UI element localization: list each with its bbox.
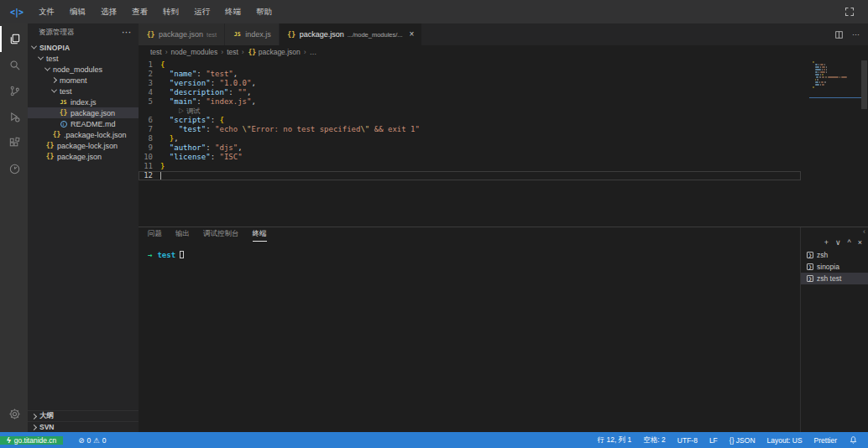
line-number: 8 <box>139 134 160 143</box>
tab-package.json[interactable]: {}package.jsontest <box>139 23 225 45</box>
status-formatter[interactable]: Prettier <box>814 436 837 445</box>
terminal-instance-sinopia[interactable]: ❯sinopia <box>801 261 868 273</box>
panel-tab-problems[interactable]: 问题 <box>148 229 162 242</box>
tree-item-label: package.json <box>71 109 115 117</box>
panel-tab-terminal[interactable]: 终端 <box>253 229 267 242</box>
menu-run[interactable]: 运行 <box>186 0 217 23</box>
terminal-dropdown-icon[interactable]: ∨ <box>835 238 841 247</box>
minimap-line <box>811 66 860 68</box>
tab-label: index.js <box>245 30 271 39</box>
tree-item-test[interactable]: test <box>28 53 139 64</box>
minimap[interactable] <box>811 61 860 91</box>
status-encoding[interactable]: UTF-8 <box>677 436 698 445</box>
tree-item-node_modules[interactable]: node_modules <box>28 64 139 75</box>
tab-hint: .../node_modules/... <box>348 31 403 39</box>
editor-scrollbar[interactable] <box>860 59 868 227</box>
codelens-debug-action[interactable]: ▷ 调试 <box>139 107 200 116</box>
code-token <box>160 97 170 107</box>
terminal-output[interactable]: →test <box>148 244 800 259</box>
minimap-mark <box>818 64 820 65</box>
code-line-5: 5 "main": "index.js", <box>139 97 868 107</box>
status-indentation[interactable]: 空格: 2 <box>643 435 665 445</box>
menu-view[interactable]: 查看 <box>124 0 155 23</box>
tab-index.js[interactable]: JSindex.js <box>225 23 280 45</box>
terminal-list-panel: ‹ +∨^× ❯zsh❯sinopia❯zsh test <box>800 227 868 432</box>
tree-item-package.json[interactable]: {}package.json <box>28 151 139 162</box>
editor-more-actions-icon[interactable]: ··· <box>852 30 860 39</box>
status-eol[interactable]: LF <box>709 436 718 445</box>
timer-extension-icon[interactable] <box>0 156 28 182</box>
panel-tab-output[interactable]: 输出 <box>175 229 190 242</box>
tab-package.json[interactable]: {}package.json.../node_modules/...× <box>280 23 423 45</box>
notifications-bell-icon[interactable] <box>849 435 858 445</box>
close-panel-icon[interactable]: × <box>858 238 862 247</box>
section-svn[interactable]: SVN <box>28 421 139 432</box>
section-outline[interactable]: 大纲 <box>28 410 139 421</box>
panel-tab-debug-console[interactable]: 调试控制台 <box>203 229 239 242</box>
status-cursor-position[interactable]: 行 12, 列 1 <box>598 435 632 445</box>
terminal-instance-zsh-test[interactable]: ❯zsh test <box>801 273 868 284</box>
breadcrumb-item[interactable]: … <box>310 48 317 56</box>
code-token: Error: no test specified <box>251 125 360 134</box>
breadcrumb-item[interactable]: node_modules <box>171 48 218 56</box>
source-control-icon[interactable] <box>0 78 28 104</box>
code-token: "name" <box>170 70 197 79</box>
menu-selection[interactable]: 选择 <box>93 0 124 23</box>
tree-item-label: test <box>46 55 59 63</box>
minimap-mark <box>813 76 815 78</box>
run-debug-icon[interactable] <box>0 104 28 130</box>
terminal-instance-zsh[interactable]: ❯zsh <box>801 249 868 261</box>
new-terminal-icon[interactable]: + <box>824 238 829 247</box>
breadcrumb-item[interactable]: {}package.json <box>248 48 301 56</box>
minimap-line <box>811 79 860 81</box>
minimap-mark <box>828 76 839 78</box>
line-number: 10 <box>139 153 160 162</box>
bottom-panel: 问题输出调试控制台终端 →test ‹ +∨^× ❯zsh❯sinopia❯zs… <box>139 227 868 432</box>
panel-tabs: 问题输出调试控制台终端 <box>148 227 800 244</box>
code-editor[interactable]: 1{2 "name": "test",3 "version": "1.0.0",… <box>139 59 868 227</box>
scrollbar-thumb[interactable] <box>861 60 867 109</box>
search-icon[interactable] <box>0 52 28 78</box>
code-line-6: 6 "scripts": { <box>139 116 868 125</box>
minimap-mark <box>813 66 814 68</box>
maximize-panel-icon[interactable]: ^ <box>848 238 851 247</box>
tree-item-moment[interactable]: moment <box>28 75 139 86</box>
panel-collapse-icon[interactable]: ‹ <box>801 227 868 237</box>
code-token: && exit 1" <box>369 125 420 134</box>
tree-item-.package-lock.json[interactable]: {}.package-lock.json <box>28 129 139 140</box>
menu-help[interactable]: 帮助 <box>248 0 280 23</box>
extensions-icon[interactable] <box>0 130 28 156</box>
tree-item-package-lock.json[interactable]: {}package-lock.json <box>28 140 139 151</box>
menu-goto[interactable]: 转到 <box>155 0 186 23</box>
breadcrumb-item[interactable]: test <box>227 48 238 56</box>
problems-status[interactable]: ⊘ 0 ⚠ 0 <box>78 436 106 445</box>
menu-terminal[interactable]: 终端 <box>217 0 248 23</box>
fullscreen-icon[interactable] <box>844 7 855 17</box>
status-layout[interactable]: Layout: US <box>767 436 803 445</box>
minimap-line <box>811 86 860 88</box>
breadcrumb-item[interactable]: test <box>150 48 162 56</box>
tree-item-test[interactable]: test <box>28 86 139 96</box>
tree-item-label: node_modules <box>53 65 102 74</box>
minimap-line <box>811 71 860 73</box>
warning-count: 0 <box>102 436 107 445</box>
terminal-cursor <box>180 251 184 258</box>
remote-indicator[interactable]: ϟ go.titanide.cn <box>0 436 63 445</box>
terminal-instance-label: sinopia <box>817 263 839 271</box>
tree-item-index.js[interactable]: JSindex.js <box>28 96 139 107</box>
explorer-icon[interactable] <box>0 26 28 52</box>
code-token <box>160 134 170 143</box>
status-language-mode[interactable]: {} JSON <box>729 436 756 445</box>
tab-close-icon[interactable]: × <box>410 30 415 39</box>
tree-item-README.md[interactable]: iREADME.md <box>28 118 139 129</box>
split-editor-icon[interactable] <box>834 30 844 39</box>
minimap-line <box>811 64 860 65</box>
minimap-mark <box>841 76 846 78</box>
explorer-more-actions-icon[interactable]: ··· <box>123 29 133 37</box>
tree-item-SINOPIA[interactable]: SINOPIA <box>28 42 139 53</box>
tree-item-package.json[interactable]: {}package.json <box>28 107 139 118</box>
settings-gear-icon[interactable] <box>0 401 28 427</box>
menu-edit[interactable]: 编辑 <box>62 0 93 23</box>
menu-file[interactable]: 文件 <box>31 0 62 23</box>
code-token: , <box>238 143 242 153</box>
